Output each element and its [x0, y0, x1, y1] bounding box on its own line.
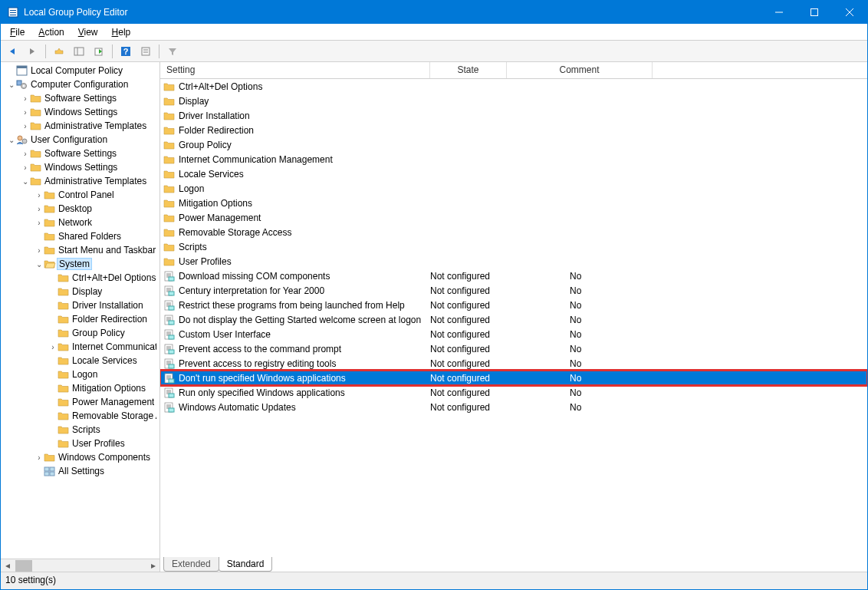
list-row[interactable]: Prevent access to the command promptNot …: [160, 341, 867, 356]
list-row[interactable]: Custom User InterfaceNot configuredNo: [160, 327, 867, 341]
list-row[interactable]: Download missing COM componentsNot confi…: [160, 269, 867, 283]
maximize-button[interactable]: [797, 1, 832, 24]
menu-file[interactable]: File: [4, 25, 31, 39]
menu-action[interactable]: Action: [32, 25, 70, 39]
list-row[interactable]: Restrict these programs from being launc…: [160, 298, 867, 312]
tree-item[interactable]: Power Management: [1, 395, 159, 409]
tree-expander-icon[interactable]: ›: [21, 94, 30, 103]
list-row[interactable]: Ctrl+Alt+Del Options: [160, 79, 867, 94]
tab-standard[interactable]: Standard: [219, 557, 273, 572]
list-row[interactable]: Driver Installation: [160, 108, 867, 123]
tree-item[interactable]: Local Computer Policy: [1, 64, 159, 77]
list-row[interactable]: Internet Communication Management: [160, 152, 867, 166]
minimize-button[interactable]: [761, 1, 797, 24]
list-row[interactable]: Century interpretation for Year 2000Not …: [160, 283, 867, 298]
filter-button[interactable]: [164, 43, 181, 60]
export-button[interactable]: [90, 43, 107, 60]
menu-view[interactable]: View: [72, 25, 104, 39]
menu-help[interactable]: Help: [106, 25, 137, 39]
tree-item[interactable]: Locale Services: [1, 354, 159, 368]
tree-item[interactable]: ⌄System: [1, 257, 159, 271]
tree-item[interactable]: ›Software Settings: [1, 91, 159, 105]
tree-item[interactable]: Group Policy: [1, 326, 159, 340]
list-row[interactable]: Logon: [160, 181, 867, 196]
tree-expander-icon[interactable]: ›: [35, 191, 44, 199]
column-comment[interactable]: Comment: [507, 62, 653, 78]
tree-label: Folder Redirection: [72, 314, 147, 325]
tree-item[interactable]: ›Internet Communication Management: [1, 340, 159, 354]
forward-button[interactable]: [24, 43, 41, 60]
tree-item[interactable]: ›Desktop: [1, 202, 159, 216]
tree-expander-icon[interactable]: ›: [21, 150, 30, 158]
folder-icon: [30, 120, 42, 132]
tree-item[interactable]: ›Windows Settings: [1, 105, 159, 119]
list-row[interactable]: Group Policy: [160, 137, 867, 152]
tree-item[interactable]: Display: [1, 285, 159, 298]
tree-item[interactable]: Folder Redirection: [1, 312, 159, 326]
tree-item[interactable]: Ctrl+Alt+Del Options: [1, 271, 159, 285]
column-setting[interactable]: Setting: [160, 62, 430, 78]
tree-item[interactable]: ›Administrative Templates: [1, 119, 159, 133]
tree-item[interactable]: User Profiles: [1, 437, 159, 450]
list-row[interactable]: Windows Automatic UpdatesNot configuredN…: [160, 400, 867, 414]
tree-item[interactable]: ›Windows Settings: [1, 160, 159, 174]
tree-item[interactable]: Mitigation Options: [1, 381, 159, 395]
tree-item[interactable]: Logon: [1, 368, 159, 381]
properties-button[interactable]: [137, 43, 154, 60]
tree-label: User Profiles: [72, 438, 125, 449]
tree-horizontal-scrollbar[interactable]: ◂▸: [1, 559, 159, 572]
tree-item[interactable]: ⌄Administrative Templates: [1, 174, 159, 188]
tree-expander-icon[interactable]: ›: [35, 246, 44, 255]
tree-expander-icon[interactable]: ›: [35, 219, 44, 227]
tree-item[interactable]: ›Windows Components: [1, 450, 159, 464]
tree-expander-icon[interactable]: ⌄: [35, 260, 44, 269]
tree-view[interactable]: Local Computer Policy⌄Computer Configura…: [1, 62, 159, 559]
tree-item[interactable]: ›Network: [1, 216, 159, 229]
list-row[interactable]: Mitigation Options: [160, 196, 867, 210]
back-button[interactable]: [4, 43, 21, 60]
list-row[interactable]: Do not display the Getting Started welco…: [160, 312, 867, 327]
list-row[interactable]: Power Management: [160, 210, 867, 225]
tree-item[interactable]: ⌄Computer Configuration: [1, 77, 159, 91]
tree-expander-icon[interactable]: ⌄: [7, 81, 16, 89]
tree-expander-icon[interactable]: ›: [35, 453, 44, 462]
list-row[interactable]: User Profiles: [160, 254, 867, 269]
tree-item[interactable]: Scripts: [1, 423, 159, 437]
folder-icon: [30, 175, 42, 187]
tree-expander-icon[interactable]: ›: [21, 163, 30, 172]
column-state[interactable]: State: [430, 62, 507, 78]
close-button[interactable]: [832, 1, 867, 24]
tree-item[interactable]: Driver Installation: [1, 298, 159, 312]
tree-item[interactable]: ⌄User Configuration: [1, 133, 159, 147]
tree-expander-icon[interactable]: ⌄: [21, 177, 30, 186]
up-button[interactable]: [51, 43, 67, 60]
list-row[interactable]: Scripts: [160, 239, 867, 254]
list-view[interactable]: Ctrl+Alt+Del OptionsDisplayDriver Instal…: [160, 79, 867, 555]
tree-expander-icon[interactable]: ›: [21, 108, 30, 117]
list-row[interactable]: Don't run specified Windows applications…: [160, 371, 867, 385]
tree-item[interactable]: All Settings: [1, 464, 159, 478]
list-row[interactable]: Run only specified Windows applicationsN…: [160, 385, 867, 400]
tree-label: Group Policy: [72, 328, 125, 338]
list-row[interactable]: Display: [160, 94, 867, 108]
list-row[interactable]: Locale Services: [160, 166, 867, 181]
help-button[interactable]: ?: [117, 43, 134, 60]
policy-icon: [163, 358, 176, 370]
tree-item[interactable]: Shared Folders: [1, 229, 159, 243]
show-tree-button[interactable]: [71, 43, 87, 60]
folder-icon: [44, 244, 56, 256]
tree-item[interactable]: ›Control Panel: [1, 188, 159, 202]
tree-item[interactable]: Removable Storage Access: [1, 409, 159, 423]
tree-expander-icon[interactable]: ⌄: [7, 136, 16, 144]
tree-expander-icon[interactable]: ›: [21, 122, 30, 130]
list-row[interactable]: Removable Storage Access: [160, 225, 867, 239]
tree-item[interactable]: ›Start Menu and Taskbar: [1, 243, 159, 257]
tab-extended[interactable]: Extended: [163, 557, 219, 572]
svg-rect-71: [169, 394, 174, 397]
tree-expander-icon[interactable]: ›: [35, 205, 44, 213]
list-row[interactable]: Prevent access to registry editing tools…: [160, 356, 867, 371]
svg-rect-31: [169, 277, 174, 281]
tree-expander-icon[interactable]: ›: [48, 343, 58, 351]
list-row[interactable]: Folder Redirection: [160, 123, 867, 137]
tree-item[interactable]: ›Software Settings: [1, 147, 159, 160]
